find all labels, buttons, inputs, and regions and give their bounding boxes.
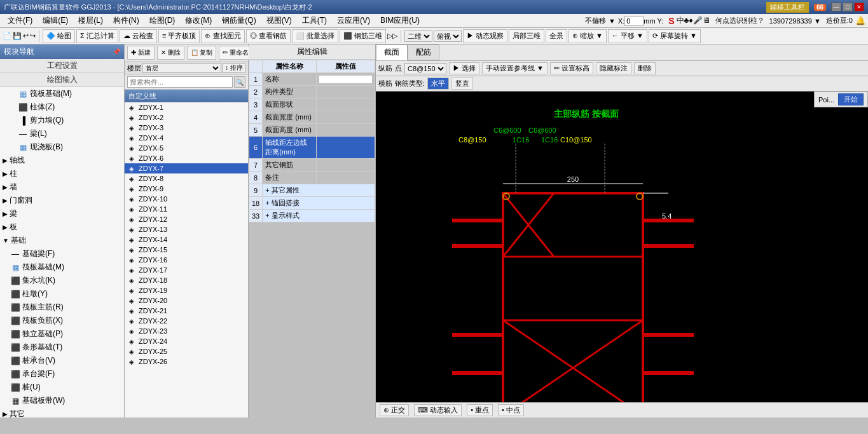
- batch-select-button[interactable]: ⬜ 批量选择: [292, 29, 338, 43]
- set-ref-line-button[interactable]: 手动设置参考线 ▼: [482, 62, 548, 74]
- list-item-zdyx5[interactable]: ◈ZDYX-5: [125, 143, 248, 153]
- search-button[interactable]: 🔍: [234, 76, 245, 88]
- list-item-zdyx19[interactable]: ◈ZDYX-19: [125, 285, 248, 295]
- rotate-button[interactable]: ⟳ 屏幕旋转 ▼: [649, 29, 701, 43]
- list-item-zdyx17[interactable]: ◈ZDYX-17: [125, 265, 248, 275]
- tree-item-raft[interactable]: ▦ 筏板基础(M): [13, 87, 124, 100]
- project-settings-link[interactable]: 工程设置: [0, 59, 124, 73]
- list-item-zdyx8[interactable]: ◈ZDYX-8: [125, 173, 248, 184]
- list-item-zdyx14[interactable]: ◈ZDYX-14: [125, 234, 248, 245]
- fullview-button[interactable]: 全景: [546, 29, 567, 43]
- list-item-zdyx18[interactable]: ◈ZDYX-18: [125, 275, 248, 285]
- tree-item-strip-found[interactable]: ⬛ 条形基础(T): [5, 341, 124, 354]
- snap-midpoint-button[interactable]: • 中点: [498, 404, 524, 416]
- list-item-zdyx21[interactable]: ◈ZDYX-21: [125, 306, 248, 316]
- list-item-zdyx3[interactable]: ◈ZDYX-3: [125, 123, 248, 133]
- set-elevation-button[interactable]: ✏ 设置标高: [550, 62, 593, 74]
- menu-item-bim[interactable]: BIM应用(U): [375, 14, 425, 27]
- list-item-zdyx4[interactable]: ◈ZDYX-4: [125, 133, 248, 143]
- tree-group-col[interactable]: ▶ 柱: [0, 167, 124, 180]
- tree-item-cap-beam[interactable]: ⬛ 承台梁(F): [5, 367, 124, 381]
- tree-item-slab[interactable]: ▦ 现浇板(B): [13, 140, 124, 154]
- calc-button[interactable]: Σ 汇总计算: [76, 29, 118, 43]
- list-item-zdyx1[interactable]: ◈ZDYX-1: [125, 102, 248, 112]
- draw-button[interactable]: 🔷 绘图: [43, 29, 75, 43]
- tree-item-pile-cap[interactable]: ⬛ 柱墩(Y): [5, 287, 124, 301]
- tree-item-raft-main-rebar[interactable]: ⬛ 筏板主筋(R): [5, 301, 124, 314]
- tree-item-pile[interactable]: ⬛ 桩(U): [5, 381, 124, 394]
- rebar-3d-button[interactable]: ⬛ 钢筋三维: [340, 29, 386, 43]
- copy-component-button[interactable]: 📋 复制: [187, 46, 217, 60]
- horizontal-button[interactable]: 水平: [427, 78, 449, 90]
- prop-row-1[interactable]: 1 名称: [249, 73, 375, 86]
- tree-item-foundation-beam[interactable]: — 基础梁(F): [5, 247, 124, 261]
- menu-item-cloud[interactable]: 云应用(V): [332, 14, 375, 27]
- tree-item-beam[interactable]: — 梁(L): [13, 127, 124, 140]
- list-item-zdyx27[interactable]: ◈ZDYX-27: [125, 367, 248, 369]
- dynamic-input-button[interactable]: ⌨ 动态输入: [414, 404, 462, 416]
- list-item-zdyx11[interactable]: ◈ZDYX-11: [125, 204, 248, 214]
- view-angle-select[interactable]: 俯视 正视: [434, 31, 462, 42]
- list-item-zdyx24[interactable]: ◈ZDYX-24: [125, 336, 248, 346]
- sort-button[interactable]: ↕ 排序: [223, 63, 245, 73]
- rebar-spec-select[interactable]: C8@150: [404, 63, 446, 74]
- more-icon[interactable]: ▷▷: [387, 32, 397, 40]
- undo-icon[interactable]: ↩: [23, 32, 29, 40]
- tree-item-shear-wall[interactable]: ▐ 剪力墙(Q): [13, 114, 124, 127]
- dynamic-view-button[interactable]: ▶ 动态观察: [463, 29, 507, 43]
- prop-row-6[interactable]: 6 轴线距左边线距离(mm): [249, 137, 375, 159]
- cloud-check-button[interactable]: ☁ 云检查: [120, 29, 157, 43]
- menu-item-file[interactable]: 文件(F): [3, 14, 38, 27]
- new-component-button[interactable]: ✚ 新建: [127, 46, 155, 60]
- prop-row-2[interactable]: 2 构件类型: [249, 86, 375, 98]
- list-item-zdyx12[interactable]: ◈ZDYX-12: [125, 214, 248, 224]
- prop-row-8[interactable]: 8 备注: [249, 172, 375, 184]
- prop-row-18-expand[interactable]: 18 + 锚固搭接: [249, 197, 375, 210]
- minimize-button[interactable]: —: [831, 3, 841, 11]
- tab-rebar[interactable]: 配筋: [408, 44, 439, 60]
- list-item-zdyx10[interactable]: ◈ZDYX-10: [125, 194, 248, 204]
- tree-item-raft-neg-rebar[interactable]: ⬛ 筏板负筋(X): [5, 314, 124, 327]
- zoom-button[interactable]: ⊕ 缩放 ▼: [568, 29, 607, 43]
- offset-dropdown[interactable]: ▼: [609, 17, 616, 25]
- tree-group-foundation[interactable]: ▼ 基础: [0, 234, 124, 247]
- menu-item-draw[interactable]: 绘图(D): [144, 14, 181, 27]
- local-3d-button[interactable]: 局部三维: [509, 29, 544, 43]
- tree-item-sump[interactable]: ⬛ 集水坑(K): [5, 274, 124, 287]
- tab-section[interactable]: 截面: [376, 44, 408, 60]
- list-item-zdyx26[interactable]: ◈ZDYX-26: [125, 356, 248, 367]
- tree-group-slabs[interactable]: ▶ 板: [0, 220, 124, 234]
- tree-group-axis[interactable]: ▶ 轴线: [0, 154, 124, 167]
- tree-item-found-slab-band[interactable]: ▦ 基础板带(W): [5, 394, 124, 407]
- menu-item-edit[interactable]: 编辑(E): [38, 14, 73, 27]
- list-item-zdyx15[interactable]: ◈ZDYX-15: [125, 245, 248, 255]
- menu-item-component[interactable]: 构件(N): [108, 14, 144, 27]
- rename-component-button[interactable]: ✏ 重命名: [219, 46, 252, 60]
- list-item-zdyx22[interactable]: ◈ZDYX-22: [125, 316, 248, 326]
- vertical-button[interactable]: 竖直: [451, 78, 473, 90]
- tree-item-pile-cap2[interactable]: ⬛ 桩承台(V): [5, 354, 124, 367]
- list-item-zdyx9[interactable]: ◈ZDYX-9: [125, 184, 248, 194]
- layer-select[interactable]: 首层: [142, 63, 221, 73]
- tree-item-isolated-found[interactable]: ⬛ 独立基础(P): [5, 327, 124, 341]
- pan-button[interactable]: ← 平移 ▼: [608, 29, 647, 43]
- panel-pin-icon[interactable]: 📌: [113, 48, 120, 55]
- list-item-zdyx20[interactable]: ◈ZDYX-20: [125, 295, 248, 306]
- list-item-zdyx16[interactable]: ◈ZDYX-16: [125, 255, 248, 265]
- tree-item-column[interactable]: ⬛ 柱体(Z): [13, 100, 124, 114]
- list-item-zdyx13[interactable]: ◈ZDYX-13: [125, 224, 248, 234]
- list-item-zdyx2[interactable]: ◈ZDYX-2: [125, 112, 248, 123]
- drawing-input-link[interactable]: 绘图输入: [0, 73, 124, 87]
- prop-row-7[interactable]: 7 其它钢筋: [249, 159, 375, 172]
- tree-group-opening[interactable]: ▶ 门窗洞: [0, 194, 124, 207]
- menu-item-view[interactable]: 视图(V): [261, 14, 297, 27]
- maximize-button[interactable]: □: [843, 3, 853, 11]
- snap-endpoint-button[interactable]: • 重点: [467, 404, 493, 416]
- menu-item-modify[interactable]: 修改(M): [180, 14, 217, 27]
- drawing-canvas[interactable]: 250 5.4 900 900 900 主部纵筋 按截面 C8@150 C10@…: [376, 92, 868, 402]
- prop-row-9-expand[interactable]: 9 + 其它属性: [249, 184, 375, 197]
- bell-icon[interactable]: 🔔: [855, 16, 865, 25]
- hide-marks-button[interactable]: 隐藏标注: [596, 62, 631, 74]
- prop-row-4[interactable]: 4 截面宽度 (mm): [249, 111, 375, 124]
- close-button[interactable]: ✕: [854, 3, 864, 11]
